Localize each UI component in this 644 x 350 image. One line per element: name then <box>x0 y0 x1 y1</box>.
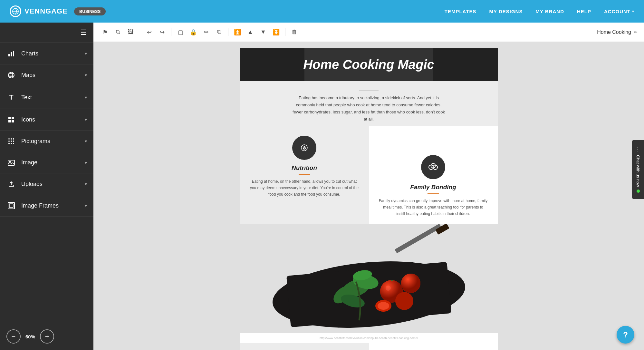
chat-widget[interactable]: ⋮ Chat with us now <box>632 140 644 199</box>
intro-text: Eating has become a tributary to sociali… <box>292 94 446 123</box>
icons-label: Icons <box>21 116 85 123</box>
top-navigation: VENNGAGE BUSINESS TEMPLATES MY DESIGNS M… <box>0 0 644 23</box>
chat-online-indicator <box>637 190 640 193</box>
svg-point-55 <box>378 302 389 310</box>
svg-rect-12 <box>13 51 14 56</box>
text-icon: T <box>6 93 16 102</box>
svg-point-29 <box>11 143 12 144</box>
toolbar-move-up-icon[interactable]: ▲ <box>245 27 255 37</box>
nutrition-title: Nutrition <box>250 164 359 171</box>
svg-point-22 <box>8 138 10 140</box>
family-bonding-title: Family Bonding <box>379 184 488 191</box>
toolbar-delete-icon[interactable]: 🗑 <box>289 27 300 37</box>
bottom-two-col: Savor Your Food The physical act of prep… <box>240 343 498 350</box>
intro-divider <box>359 91 379 91</box>
image-label: Image <box>21 159 85 166</box>
nav-templates[interactable]: TEMPLATES <box>445 9 476 14</box>
family-bonding-underline <box>428 193 439 194</box>
sidebar-item-maps[interactable]: Maps ▾ <box>0 64 93 86</box>
nutrition-icon <box>292 136 316 160</box>
sidebar-item-image[interactable]: Image ▾ <box>0 152 93 173</box>
icons-chevron-icon: ▾ <box>85 117 87 122</box>
sidebar-item-pictograms[interactable]: Pictograms ▾ <box>0 131 93 152</box>
infographic-header: Home Cooking Magic <box>240 48 498 81</box>
save-money-section: Save Money Eating dinner out is expensiv… <box>369 343 498 350</box>
account-chevron-icon: ▾ <box>632 9 634 14</box>
nutrition-body: Eating at home, on the other hand, allow… <box>250 179 359 198</box>
nav-account[interactable]: ACCOUNT ▾ <box>604 9 634 14</box>
svg-point-25 <box>8 141 10 142</box>
toolbar-frame-icon[interactable]: ▢ <box>175 27 186 37</box>
icons-icon <box>6 116 16 123</box>
sidebar-item-uploads[interactable]: Uploads ▾ <box>0 173 93 195</box>
hamburger-icon: ☰ <box>81 28 87 37</box>
header-left-bar <box>240 48 304 81</box>
svg-point-27 <box>13 141 14 142</box>
svg-point-26 <box>11 141 12 142</box>
savor-section: Savor Your Food The physical act of prep… <box>240 343 369 350</box>
sidebar: ☰ Charts ▾ Maps ▾ T Text ▾ <box>0 23 93 350</box>
maps-label: Maps <box>21 72 85 79</box>
toolbar-move-bottom-icon[interactable]: ⏬ <box>271 27 281 37</box>
url-bar: http://www.healthfitnessrevolution.com/t… <box>240 333 498 343</box>
charts-label: Charts <box>21 50 85 57</box>
svg-rect-19 <box>12 117 14 119</box>
toolbar-separator-2 <box>171 28 171 36</box>
svg-point-53 <box>386 286 391 291</box>
text-label: Text <box>21 94 85 101</box>
svg-point-24 <box>13 138 14 140</box>
svg-point-23 <box>11 138 12 140</box>
maps-chevron-icon: ▾ <box>85 73 87 78</box>
zoom-controls: − 60% + <box>6 329 54 344</box>
family-bonding-body: Family dynamics can greatly improve with… <box>379 198 488 217</box>
maps-icon <box>6 72 16 79</box>
toolbar-lock-icon[interactable]: 🔒 <box>188 27 198 37</box>
edit-title-icon[interactable]: ✏ <box>634 30 638 35</box>
food-image-svg <box>240 224 498 333</box>
logo-text: VENNGAGE <box>24 7 68 15</box>
sidebar-item-image-frames[interactable]: Image Frames ▾ <box>0 195 93 217</box>
svg-point-52 <box>395 292 413 310</box>
nav-my-designs[interactable]: MY DESIGNS <box>489 9 523 14</box>
sidebar-item-charts[interactable]: Charts ▾ <box>0 43 93 64</box>
infographic[interactable]: Home Cooking Magic Eating has become a t… <box>240 48 498 344</box>
logo-icon <box>10 5 21 17</box>
help-icon: ? <box>623 330 628 339</box>
toolbar-image-icon[interactable]: 🖼 <box>126 27 136 37</box>
document-title[interactable]: Home Cooking <box>597 29 631 35</box>
sidebar-item-icons[interactable]: Icons ▾ <box>0 109 93 131</box>
business-badge[interactable]: BUSINESS <box>74 7 106 15</box>
toolbar-separator-1 <box>140 28 140 36</box>
svg-rect-31 <box>8 160 14 165</box>
toolbar-move-top-icon[interactable]: ⏫ <box>232 27 243 37</box>
help-button[interactable]: ? <box>617 326 634 344</box>
toolbar-copy-icon[interactable]: ⧉ <box>113 27 123 37</box>
zoom-level-display: 60% <box>25 334 35 339</box>
charts-icon <box>6 50 16 57</box>
logo[interactable]: VENNGAGE <box>10 5 68 17</box>
image-frames-chevron-icon: ▾ <box>85 203 87 208</box>
uploads-label: Uploads <box>21 181 85 188</box>
chat-label: Chat with us now <box>636 155 640 187</box>
toolbar-layers-icon[interactable]: ⧉ <box>214 27 224 37</box>
toolbar-move-down-icon[interactable]: ▼ <box>258 27 268 37</box>
toolbar-flag-icon[interactable]: ⚑ <box>100 27 110 37</box>
svg-rect-34 <box>9 204 13 208</box>
pictograms-icon <box>6 138 16 145</box>
zoom-increase-button[interactable]: + <box>40 329 54 344</box>
nutrition-underline <box>299 174 310 175</box>
nav-my-brand[interactable]: MY BRAND <box>535 9 564 14</box>
sidebar-menu-button[interactable]: ☰ <box>0 23 93 43</box>
nav-help[interactable]: HELP <box>577 9 591 14</box>
zoom-decrease-button[interactable]: − <box>6 329 21 344</box>
image-chevron-icon: ▾ <box>85 160 87 165</box>
svg-rect-11 <box>11 52 12 56</box>
sidebar-item-text[interactable]: T Text ▾ <box>0 86 93 109</box>
toolbar-edit-icon[interactable]: ✏ <box>201 27 211 37</box>
toolbar-redo-icon[interactable]: ↪ <box>157 27 167 37</box>
family-bonding-icon <box>421 155 445 179</box>
pictograms-chevron-icon: ▾ <box>85 139 87 144</box>
pictograms-label: Pictograms <box>21 138 85 145</box>
top-two-col: Nutrition Eating at home, on the other h… <box>240 126 498 223</box>
toolbar-undo-icon[interactable]: ↩ <box>144 27 154 37</box>
